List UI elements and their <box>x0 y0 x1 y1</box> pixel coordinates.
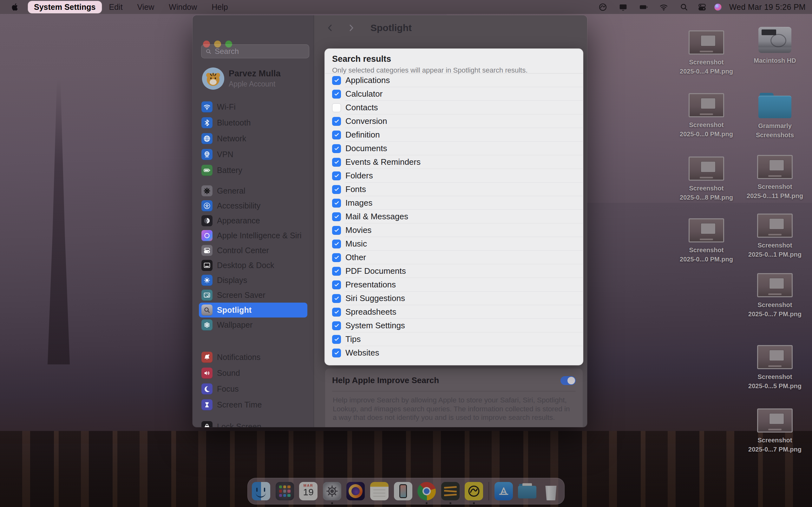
finder-icon[interactable] <box>252 482 270 500</box>
search-category-row-music[interactable]: Music <box>325 237 583 250</box>
downloads-folder-icon[interactable] <box>518 482 537 500</box>
menu-help[interactable]: Help <box>204 3 235 12</box>
notes-icon[interactable] <box>370 482 389 500</box>
desktop-icon-grammarly-screenshots[interactable]: GrammarlyScreenshots <box>740 83 810 140</box>
checkbox-spreadsheets[interactable] <box>332 308 341 317</box>
desktop-icon-screenshot-2025-0-1-pm-png[interactable]: Screenshot2025-0...1 PM.png <box>740 203 810 259</box>
control-center-icon[interactable] <box>694 0 710 14</box>
app-store-icon[interactable] <box>495 482 513 500</box>
checkbox-other[interactable] <box>332 253 341 262</box>
checkbox-contacts[interactable] <box>332 103 341 112</box>
sidebar-item-battery[interactable]: Battery <box>199 162 307 178</box>
menu-edit[interactable]: Edit <box>102 3 130 12</box>
checkbox-definition[interactable] <box>332 130 341 139</box>
sidebar-item-sound[interactable]: Sound <box>199 365 307 381</box>
checkbox-events-and-reminders[interactable] <box>332 158 341 167</box>
checkbox-pdf-documents[interactable] <box>332 267 341 276</box>
search-category-row-folders[interactable]: Folders <box>325 169 583 182</box>
search-category-row-fonts[interactable]: Fonts <box>325 182 583 196</box>
sidebar-item-spotlight[interactable]: Spotlight <box>199 302 307 318</box>
sidebar-item-displays[interactable]: Displays <box>199 273 307 288</box>
search-category-row-events-and-reminders[interactable]: Events & Reminders <box>325 155 583 169</box>
checkbox-movies[interactable] <box>332 226 341 235</box>
checkbox-system-settings[interactable] <box>332 321 341 330</box>
checkbox-tips[interactable] <box>332 335 341 344</box>
iphone-mirroring-icon[interactable] <box>394 482 412 500</box>
system-settings-icon[interactable] <box>323 482 341 500</box>
checkbox-images[interactable] <box>332 199 341 208</box>
desktop-icon-screenshot-2025-0-8-pm-png[interactable]: Screenshot2025-0...8 PM.png <box>671 146 741 202</box>
sidebar-item-screen-time[interactable]: Screen Time <box>199 397 307 412</box>
checkbox-documents[interactable] <box>332 144 341 153</box>
sidebar-item-lock-screen[interactable]: Lock Screen <box>199 418 307 427</box>
search-category-row-spreadsheets[interactable]: Spreadsheets <box>325 305 583 319</box>
menu-bar-clock[interactable]: Wed Mar 19 5:26 PM <box>729 3 806 12</box>
sidebar-item-apple-intelligence-and-siri[interactable]: Apple Intelligence & Siri <box>199 228 307 243</box>
search-category-row-other[interactable]: Other <box>325 250 583 264</box>
sidebar-item-wi-fi[interactable]: Wi-Fi <box>199 99 307 115</box>
forward-chevron-icon[interactable] <box>346 23 356 33</box>
sidebar-item-notifications[interactable]: Notifications <box>199 349 307 365</box>
sublime-text-icon[interactable] <box>441 482 460 500</box>
checkbox-siri-suggestions[interactable] <box>332 294 341 303</box>
checkbox-calculator[interactable] <box>332 90 341 99</box>
app-menu-system-settings[interactable]: System Settings <box>28 1 102 13</box>
search-category-row-images[interactable]: Images <box>325 196 583 210</box>
sidebar-item-accessibility[interactable]: Accessibility <box>199 199 307 213</box>
menu-view[interactable]: View <box>130 3 162 12</box>
desktop-icon-screenshot-2025-0-7-pm-png[interactable]: Screenshot2025-0...7 PM.png <box>740 398 810 454</box>
sidebar-item-screen-saver[interactable]: Screen Saver <box>199 288 307 302</box>
help-improve-search-toggle[interactable] <box>560 376 576 385</box>
sidebar-item-focus[interactable]: Focus <box>199 381 307 397</box>
search-category-row-presentations[interactable]: Presentations <box>325 278 583 291</box>
display-icon[interactable] <box>613 0 633 14</box>
checkbox-folders[interactable] <box>332 171 341 180</box>
sidebar-item-control-center[interactable]: Control Center <box>199 243 307 258</box>
search-category-row-applications[interactable]: Applications <box>325 73 583 87</box>
launchpad-icon[interactable] <box>275 482 294 500</box>
checkbox-music[interactable] <box>332 239 341 248</box>
back-chevron-icon[interactable] <box>325 23 335 33</box>
checkbox-presentations[interactable] <box>332 280 341 289</box>
sidebar-item-wallpaper[interactable]: Wallpaper <box>199 318 307 332</box>
desktop-icon-screenshot-2025-0-5-pm-png[interactable]: Screenshot2025-0...5 PM.png <box>740 334 810 391</box>
search-category-row-movies[interactable]: Movies <box>325 223 583 237</box>
sidebar-item-desktop-and-dock[interactable]: Desktop & Dock <box>199 258 307 273</box>
apple-menu-icon[interactable] <box>11 3 19 11</box>
search-category-row-mail-and-messages[interactable]: Mail & Messages <box>325 210 583 223</box>
desktop-icon-screenshot-2025-0-7-pm-png[interactable]: Screenshot2025-0...7 PM.png <box>740 262 810 319</box>
search-category-row-contacts[interactable]: Contacts <box>325 101 583 114</box>
search-category-row-siri-suggestions[interactable]: Siri Suggestions <box>325 291 583 305</box>
search-category-row-calculator[interactable]: Calculator <box>325 87 583 101</box>
sidebar-item-appearance[interactable]: Appearance <box>199 213 307 228</box>
search-category-row-conversion[interactable]: Conversion <box>325 114 583 128</box>
search-category-row-tips[interactable]: Tips <box>325 332 583 346</box>
checkbox-websites[interactable] <box>332 349 341 357</box>
sidebar-search-field[interactable]: Search <box>201 44 309 58</box>
search-category-row-definition[interactable]: Definition <box>325 128 583 142</box>
checkbox-mail-and-messages[interactable] <box>332 212 341 221</box>
calendar-icon[interactable]: MAR19 <box>299 482 317 500</box>
checkbox-fonts[interactable] <box>332 185 341 194</box>
desktop-icon-screenshot-2025-0-0-pm-png[interactable]: Screenshot2025-0...0 PM.png <box>671 208 741 264</box>
basecamp-icon[interactable] <box>593 0 613 14</box>
search-icon[interactable] <box>674 0 694 14</box>
trash-icon[interactable] <box>542 482 560 500</box>
basecamp-dock-icon[interactable] <box>465 482 483 500</box>
wifi-icon[interactable] <box>654 0 674 14</box>
chrome-icon[interactable] <box>417 482 436 500</box>
sidebar-item-bluetooth[interactable]: Bluetooth <box>199 115 307 130</box>
sidebar-item-general[interactable]: General <box>199 183 307 199</box>
desktop-icon-screenshot-2025-0-11-pm-png[interactable]: Screenshot2025-0...11 PM.png <box>740 144 810 201</box>
sidebar-item-network[interactable]: Network <box>199 130 307 147</box>
firefox-icon[interactable] <box>346 482 365 500</box>
search-category-row-pdf-documents[interactable]: PDF Documents <box>325 264 583 278</box>
search-category-row-websites[interactable]: Websites <box>325 346 583 360</box>
sidebar-item-vpn[interactable]: VPN <box>199 147 307 162</box>
sidebar-account-row[interactable]: Parvez Mulla Apple Account <box>199 66 307 91</box>
battery-icon[interactable] <box>633 0 654 14</box>
checkbox-applications[interactable] <box>332 76 341 85</box>
search-category-row-system-settings[interactable]: System Settings <box>325 319 583 332</box>
search-category-row-documents[interactable]: Documents <box>325 142 583 155</box>
desktop-icon-macintosh-hd-1[interactable]: Macintosh HD <box>740 18 810 65</box>
